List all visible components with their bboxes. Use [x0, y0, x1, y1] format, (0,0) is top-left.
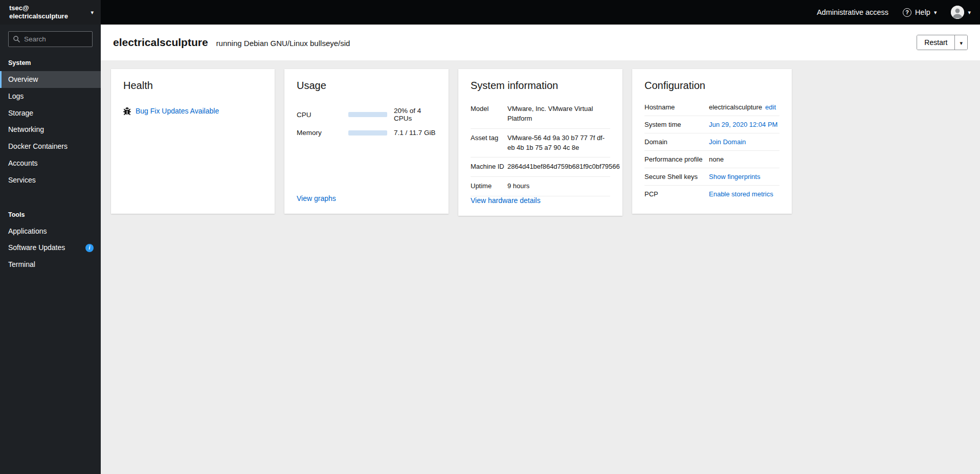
row-label: PCP	[644, 190, 709, 198]
usage-card: Usage CPU 20% of 4 CPUs Memory	[284, 69, 449, 214]
overview-content: Health Bug Fix Updates Available Usage C…	[101, 60, 980, 474]
row-label: Model	[471, 104, 507, 124]
help-menu[interactable]: ? Help ▾	[903, 8, 937, 17]
chevron-down-icon: ▾	[968, 9, 971, 16]
health-card: Health Bug Fix Updates Available	[111, 69, 275, 214]
search-input[interactable]	[8, 31, 93, 47]
user-name: tsec@	[9, 4, 68, 12]
hostname-value: electricalsculpture	[709, 103, 762, 111]
restart-dropdown-toggle[interactable]: ▾	[954, 35, 967, 50]
chevron-down-icon: ▾	[934, 9, 937, 16]
cpu-progress-bar	[348, 112, 387, 117]
table-row: Machine ID 2864d41bef864d759b681f9c0bf79…	[471, 157, 610, 177]
row-value: VMware-56 4d 9a 30 b7 77 7f df-eb 4b 1b …	[507, 133, 610, 153]
table-row: Asset tag VMware-56 4d 9a 30 b7 77 7f df…	[471, 129, 610, 158]
performance-profile-value: none	[709, 155, 724, 163]
session-menu[interactable]: ▾	[951, 6, 971, 19]
sidebar-item-docker-containers[interactable]: Docker Containers	[0, 138, 101, 155]
row-value: VMware, Inc. VMware Virtual Platform	[507, 104, 610, 124]
cpu-value: 20% of 4 CPUs	[394, 107, 436, 122]
table-row: Model VMware, Inc. VMware Virtual Platfo…	[471, 100, 610, 129]
sidebar-item-label: Software Updates	[8, 243, 65, 252]
sidebar-item-applications[interactable]: Applications	[0, 223, 101, 240]
search-box	[8, 31, 93, 47]
join-domain-link[interactable]: Join Domain	[709, 138, 746, 146]
nav-section-system: System	[0, 50, 101, 71]
health-card-title: Health	[123, 80, 262, 92]
row-label: Secure Shell keys	[644, 173, 709, 180]
table-row: Uptime 9 hours	[471, 177, 610, 196]
edit-hostname-link[interactable]: edit	[765, 103, 776, 111]
bug-fix-updates-link[interactable]: Bug Fix Updates Available	[136, 107, 219, 115]
enable-stored-metrics-link[interactable]: Enable stored metrics	[709, 190, 773, 198]
restart-button[interactable]: Restart	[917, 35, 954, 50]
table-row-system-time: System time Jun 29, 2020 12:04 PM	[644, 116, 779, 133]
usage-card-title: Usage	[297, 80, 436, 92]
table-row-domain: Domain Join Domain	[644, 133, 779, 151]
chevron-down-icon: ▾	[91, 9, 94, 16]
sidebar-item-accounts[interactable]: Accounts	[0, 155, 101, 172]
sidebar-item-networking[interactable]: Networking	[0, 121, 101, 138]
cpu-usage-row: CPU 20% of 4 CPUs	[297, 107, 436, 122]
system-time-link[interactable]: Jun 29, 2020 12:04 PM	[709, 121, 777, 128]
row-value: 9 hours	[507, 182, 610, 191]
sidebar: tsec@ electricalsculpture ▾ System Overv…	[0, 0, 101, 474]
show-fingerprints-link[interactable]: Show fingerprints	[709, 173, 760, 180]
sidebar-item-services[interactable]: Services	[0, 172, 101, 189]
os-description: running Debian GNU/Linux bullseye/sid	[216, 39, 350, 48]
health-updates-row: Bug Fix Updates Available	[123, 107, 262, 115]
row-label: Machine ID	[471, 162, 507, 172]
host-line: electricalsculpture running Debian GNU/L…	[113, 36, 350, 49]
view-graphs-link[interactable]: View graphs	[297, 194, 436, 202]
system-information-card-title: System information	[471, 80, 610, 92]
row-label: Uptime	[471, 182, 507, 191]
row-label: Hostname	[644, 103, 709, 111]
sidebar-item-storage[interactable]: Storage	[0, 105, 101, 122]
memory-usage-row: Memory 7.1 / 11.7 GiB	[297, 129, 436, 137]
help-label: Help	[915, 8, 930, 16]
configuration-table: Hostname electricalsculpture edit System…	[644, 99, 779, 202]
host-user-label: tsec@ electricalsculpture	[9, 4, 68, 21]
row-label: Domain	[644, 138, 709, 146]
row-value: 2864d41bef864d759b681f9c0bf79566	[507, 162, 620, 172]
sidebar-item-overview[interactable]: Overview	[0, 71, 101, 88]
row-label: Performance profile	[644, 155, 709, 163]
restart-split-button: Restart ▾	[917, 35, 968, 50]
help-icon: ?	[903, 8, 911, 17]
host-user-menu[interactable]: tsec@ electricalsculpture ▾	[0, 0, 101, 25]
app-window: tsec@ electricalsculpture ▾ System Overv…	[0, 0, 980, 474]
table-row-pcp: PCP Enable stored metrics	[644, 186, 779, 202]
row-label: System time	[644, 121, 709, 128]
content-header: electricalsculpture running Debian GNU/L…	[101, 25, 980, 60]
cpu-label: CPU	[297, 111, 342, 119]
bug-icon	[123, 107, 131, 115]
page-title: electricalsculpture	[113, 36, 208, 49]
row-label: Asset tag	[471, 133, 507, 153]
sidebar-item-logs[interactable]: Logs	[0, 88, 101, 105]
search-icon	[13, 35, 20, 43]
nav-section-tools: Tools	[0, 202, 101, 223]
host-name: electricalsculpture	[9, 12, 68, 20]
avatar	[951, 6, 964, 19]
memory-label: Memory	[297, 129, 342, 137]
sidebar-item-software-updates[interactable]: Software Updates i	[0, 239, 101, 256]
memory-progress-bar	[348, 130, 387, 136]
chevron-down-icon: ▾	[960, 40, 963, 46]
usage-rows: CPU 20% of 4 CPUs Memory 7.1 / 11.7 GiB	[297, 107, 436, 137]
memory-value: 7.1 / 11.7 GiB	[394, 129, 436, 137]
info-icon: i	[85, 244, 94, 252]
system-information-table: Model VMware, Inc. VMware Virtual Platfo…	[471, 100, 610, 196]
sidebar-nav: System Overview Logs Storage Networking …	[0, 50, 101, 273]
configuration-card: Configuration Hostname electricalsculptu…	[632, 69, 792, 214]
configuration-card-title: Configuration	[644, 80, 779, 92]
table-row-performance-profile: Performance profile none	[644, 151, 779, 168]
table-row-secure-shell-keys: Secure Shell keys Show fingerprints	[644, 168, 779, 186]
view-hardware-details-link[interactable]: View hardware details	[471, 196, 610, 205]
table-row-hostname: Hostname electricalsculpture edit	[644, 99, 779, 116]
sidebar-item-terminal[interactable]: Terminal	[0, 256, 101, 273]
main-column: Administrative access ? Help ▾ ▾ el	[101, 0, 980, 474]
administrative-access-button[interactable]: Administrative access	[817, 8, 888, 16]
masthead: Administrative access ? Help ▾ ▾	[101, 0, 980, 25]
system-information-card: System information Model VMware, Inc. VM…	[458, 69, 622, 216]
